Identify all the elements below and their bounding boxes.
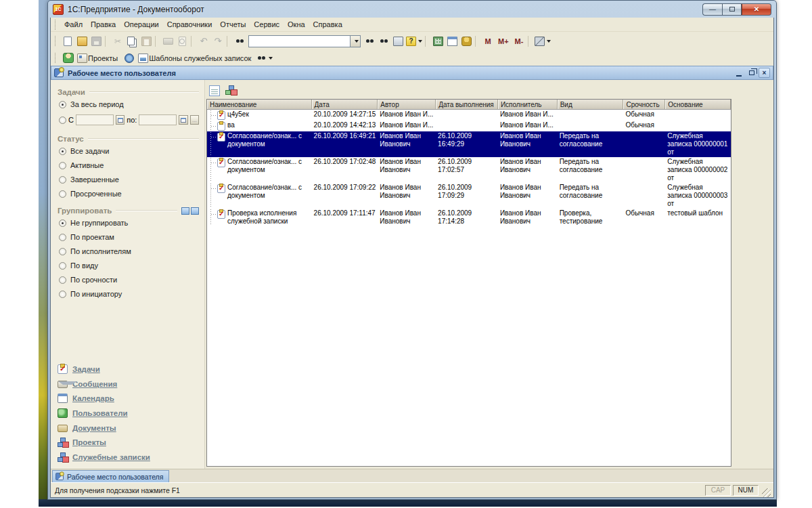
tab-workspace[interactable]: Рабочее место пользователя: [52, 470, 169, 482]
table-row[interactable]: ва20.10.2009 14:42:13Иванов Иван И...Ива…: [207, 121, 731, 131]
column-header[interactable]: Дата выполнения: [436, 100, 498, 109]
status-option[interactable]: Просроченные: [59, 190, 199, 198]
find-button[interactable]: [233, 35, 246, 48]
print-button[interactable]: [161, 35, 175, 48]
sidebar-nav-item[interactable]: Пользователи: [58, 406, 199, 421]
menu-item[interactable]: Отчеты: [216, 19, 250, 30]
expand-all-button[interactable]: [191, 207, 199, 215]
column-header[interactable]: Автор: [378, 100, 436, 109]
status-option[interactable]: Завершенные: [59, 175, 199, 184]
close-button[interactable]: ✕: [742, 3, 771, 16]
menu-item[interactable]: Сервис: [250, 19, 284, 30]
column-header[interactable]: Вид: [558, 100, 624, 109]
status-option[interactable]: Все задачи: [59, 147, 199, 155]
find-combo-input[interactable]: [248, 35, 350, 47]
status-option[interactable]: Активные: [59, 161, 199, 169]
hierarchy-view-button[interactable]: [224, 84, 238, 98]
open-button[interactable]: [75, 35, 89, 48]
period-all-option[interactable]: За весь период: [59, 100, 199, 108]
radio-icon[interactable]: [59, 276, 66, 284]
nav-link[interactable]: Проекты: [72, 438, 106, 446]
radio-icon[interactable]: [59, 219, 66, 227]
redo-button[interactable]: [211, 35, 225, 48]
list-view-button[interactable]: [208, 84, 221, 98]
group-option[interactable]: По виду: [59, 261, 199, 270]
card-button[interactable]: Проекты: [76, 51, 121, 65]
copy-result-button[interactable]: [391, 35, 405, 48]
period-from-input[interactable]: [76, 114, 114, 125]
column-header[interactable]: Срочность: [623, 100, 665, 109]
radio-icon[interactable]: [59, 176, 66, 184]
find-small-button[interactable]: [256, 51, 273, 65]
preview-button[interactable]: [175, 35, 189, 48]
nav-link[interactable]: Сообщения: [72, 380, 117, 388]
column-header[interactable]: Дата: [312, 100, 378, 109]
period-to-input[interactable]: [139, 114, 177, 125]
table-row[interactable]: Проверка исполнения служебной записки26.…: [207, 209, 731, 226]
combo-dropdown-button[interactable]: [350, 35, 361, 47]
radio-icon[interactable]: [59, 148, 66, 155]
radio-icon[interactable]: [59, 117, 66, 124]
period-more-button[interactable]: ...: [190, 115, 199, 125]
column-header[interactable]: Основание: [665, 100, 731, 109]
menu-item[interactable]: Файл: [60, 19, 87, 30]
sidebar-nav-item[interactable]: Проекты: [58, 435, 199, 450]
group-option[interactable]: Не группировать: [59, 219, 199, 227]
group-option[interactable]: По срочности: [59, 276, 199, 284]
mdi-restore-button[interactable]: [746, 68, 757, 78]
nav-link[interactable]: Документы: [72, 424, 116, 432]
memory-m-plus-button-button[interactable]: M+: [495, 35, 512, 48]
help-button[interactable]: ?: [405, 35, 423, 48]
find-next-button[interactable]: [363, 35, 376, 48]
collapse-all-button[interactable]: [181, 207, 189, 215]
sidebar-nav-item[interactable]: Календарь: [58, 391, 199, 406]
radio-icon[interactable]: [59, 101, 66, 108]
table-row[interactable]: Согласование/ознак... с документом26.10.…: [207, 183, 731, 209]
group-option[interactable]: По проектам: [59, 233, 199, 241]
user-green-button[interactable]: [62, 51, 75, 65]
table-row[interactable]: Согласование/ознак... с документом26.10.…: [207, 157, 731, 183]
mdi-close-button[interactable]: ×: [759, 68, 770, 78]
table-row[interactable]: Согласование/ознак... с документом26.10.…: [207, 131, 731, 157]
period-range-option[interactable]: С по: ...: [59, 114, 199, 125]
copy-button[interactable]: [125, 35, 139, 48]
radio-icon[interactable]: [59, 162, 66, 169]
menu-item[interactable]: Окна: [284, 19, 309, 30]
mdi-minimize-button[interactable]: [733, 68, 744, 78]
radio-icon[interactable]: [59, 291, 66, 298]
group-option[interactable]: По инициатору: [59, 290, 199, 298]
sidebar-nav-item[interactable]: Задачи: [58, 362, 199, 377]
note-button[interactable]: Шаблоны служебных записок: [137, 51, 254, 65]
sidebar-nav-item[interactable]: Служебные записки: [58, 450, 199, 465]
globe-button[interactable]: [122, 51, 136, 65]
radio-icon[interactable]: [59, 190, 66, 198]
sidebar-nav-item[interactable]: Документы: [58, 421, 199, 435]
sidebar-nav-item[interactable]: Сообщения: [58, 377, 199, 391]
tools-button[interactable]: [534, 35, 551, 48]
column-header[interactable]: Исполнитель: [498, 100, 558, 109]
nav-link[interactable]: Календарь: [72, 394, 114, 402]
date-picker-button[interactable]: [179, 115, 187, 125]
undo-button[interactable]: [197, 35, 210, 48]
find-prev-button[interactable]: [377, 35, 390, 48]
calculator-button[interactable]: [431, 35, 445, 48]
radio-icon[interactable]: [59, 262, 66, 270]
new-document-button[interactable]: [61, 35, 74, 48]
menu-item[interactable]: Правка: [87, 19, 120, 30]
user-edit-button[interactable]: [459, 35, 473, 48]
nav-link[interactable]: Служебные записки: [72, 453, 150, 461]
resize-grip[interactable]: [762, 488, 771, 497]
menu-item[interactable]: Справка: [309, 19, 346, 30]
radio-icon[interactable]: [59, 248, 66, 255]
nav-link[interactable]: Пользователи: [72, 409, 128, 417]
paste-button[interactable]: [139, 35, 153, 48]
cut-button[interactable]: [111, 35, 125, 48]
nav-link[interactable]: Задачи: [72, 365, 100, 373]
radio-icon[interactable]: [59, 234, 66, 241]
column-header[interactable]: Наименование: [207, 100, 312, 109]
calendar-button[interactable]: [445, 35, 459, 48]
memory-m-minus-button-button[interactable]: M-: [512, 35, 526, 48]
menu-item[interactable]: Справочники: [163, 19, 217, 30]
group-option[interactable]: По исполнителям: [59, 247, 199, 255]
table-row[interactable]: ц4у5ек20.10.2009 14:27:15Иванов Иван И..…: [207, 110, 731, 121]
